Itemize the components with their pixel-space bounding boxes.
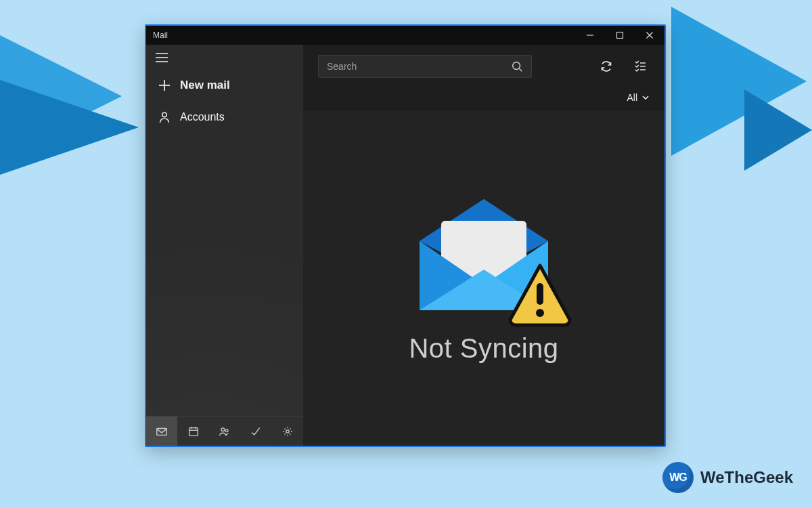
todo-icon bbox=[250, 425, 262, 438]
refresh-icon bbox=[600, 60, 613, 73]
brand-name: WeTheGeek bbox=[700, 468, 793, 487]
svg-point-17 bbox=[286, 429, 289, 432]
gear-icon bbox=[281, 425, 294, 438]
nav-people-button[interactable] bbox=[209, 417, 240, 446]
sync-button[interactable] bbox=[594, 54, 618, 79]
brand-badge-text: WG bbox=[669, 471, 687, 484]
brand-watermark: WG WeTheGeek bbox=[662, 462, 793, 493]
mail-icon bbox=[156, 425, 168, 438]
maximize-button[interactable] bbox=[605, 26, 635, 45]
search-icon bbox=[511, 60, 523, 72]
window-title: Mail bbox=[153, 30, 168, 40]
svg-line-19 bbox=[520, 69, 522, 72]
svg-point-26 bbox=[536, 309, 544, 317]
hamburger-icon bbox=[156, 53, 168, 62]
warning-badge bbox=[506, 260, 574, 328]
brand-badge: WG bbox=[662, 462, 694, 493]
search-box[interactable] bbox=[318, 55, 532, 78]
checklist-icon bbox=[633, 60, 647, 73]
nav-todo-button[interactable] bbox=[240, 417, 271, 446]
plus-icon bbox=[158, 79, 171, 91]
message-list-empty-state: Not Syncing bbox=[303, 111, 664, 446]
minimize-icon bbox=[586, 31, 594, 39]
main-panel: All bbox=[303, 45, 664, 446]
new-mail-button[interactable]: New mail bbox=[146, 70, 303, 100]
warning-icon bbox=[506, 260, 574, 328]
nav-mail-button[interactable] bbox=[146, 417, 177, 446]
toolbar bbox=[303, 45, 664, 88]
chevron-down-icon bbox=[641, 93, 650, 102]
person-icon bbox=[158, 111, 171, 123]
svg-rect-10 bbox=[157, 428, 166, 435]
new-mail-label: New mail bbox=[180, 79, 230, 92]
close-icon bbox=[646, 31, 654, 39]
sidebar-bottom-bar bbox=[146, 416, 303, 446]
mail-app-window: Mail bbox=[145, 24, 666, 447]
svg-point-16 bbox=[225, 429, 228, 431]
nav-settings-button[interactable] bbox=[272, 417, 303, 446]
hamburger-button[interactable] bbox=[146, 45, 303, 70]
people-icon bbox=[219, 425, 231, 438]
close-button[interactable] bbox=[635, 26, 664, 45]
search-input[interactable] bbox=[327, 61, 511, 72]
minimize-button[interactable] bbox=[575, 26, 605, 45]
bg-triangle-2 bbox=[0, 80, 139, 175]
mail-hero-illustration bbox=[406, 194, 562, 316]
svg-point-18 bbox=[513, 62, 520, 70]
accounts-label: Accounts bbox=[180, 111, 225, 123]
svg-rect-11 bbox=[189, 427, 198, 436]
sidebar: New mail Accounts bbox=[146, 45, 303, 446]
svg-point-9 bbox=[162, 112, 166, 117]
filter-label: All bbox=[627, 92, 637, 103]
accounts-button[interactable]: Accounts bbox=[146, 100, 303, 131]
status-message: Not Syncing bbox=[409, 333, 558, 364]
filter-dropdown[interactable]: All bbox=[303, 88, 664, 111]
svg-rect-1 bbox=[617, 33, 623, 39]
svg-rect-25 bbox=[537, 283, 543, 305]
bg-triangle-4 bbox=[744, 89, 812, 171]
maximize-icon bbox=[616, 31, 624, 39]
title-bar: Mail bbox=[146, 26, 664, 45]
svg-point-15 bbox=[221, 427, 225, 431]
calendar-icon bbox=[187, 425, 200, 438]
selection-mode-button[interactable] bbox=[628, 54, 652, 79]
nav-calendar-button[interactable] bbox=[177, 417, 208, 446]
